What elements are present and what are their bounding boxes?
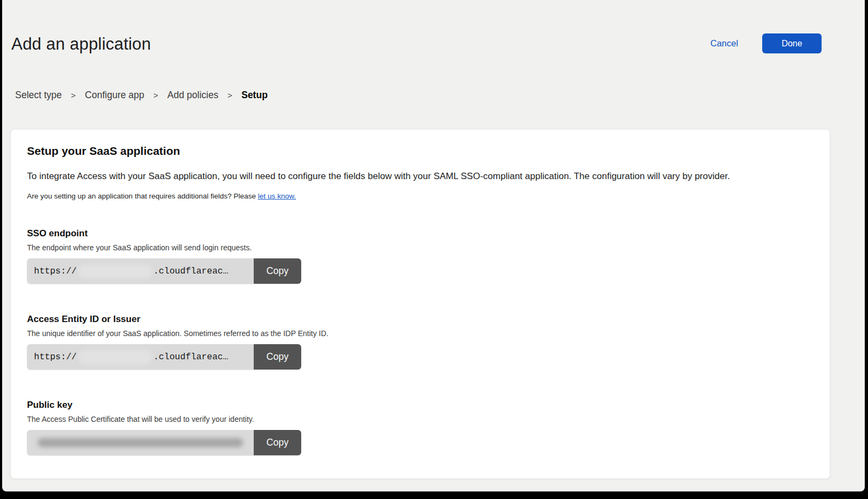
field-access-entity-id: Access Entity ID or Issuer The unique id… xyxy=(27,314,815,370)
public-key-row: Copy xyxy=(27,430,301,455)
access-entity-id-label: Access Entity ID or Issuer xyxy=(27,314,815,325)
value-suffix: .cloudflareac… xyxy=(153,352,228,362)
redacted-hostname xyxy=(78,264,152,278)
breadcrumb-step-configure-app[interactable]: Configure app xyxy=(85,90,144,101)
redacted-hostname xyxy=(78,350,152,364)
public-key-description: The Access Public Certificate that will … xyxy=(27,415,815,423)
value-prefix: https:// xyxy=(34,352,77,362)
breadcrumb-separator: > xyxy=(153,91,158,100)
sso-endpoint-label: SSO endpoint xyxy=(27,228,815,239)
breadcrumb-step-add-policies[interactable]: Add policies xyxy=(167,90,218,101)
card-intro: To integrate Access with your SaaS appli… xyxy=(27,170,815,182)
value-suffix: .cloudflareac… xyxy=(153,266,228,276)
card-note: Are you setting up an application that r… xyxy=(27,192,815,200)
setup-card: Setup your SaaS application To integrate… xyxy=(10,129,830,479)
breadcrumb-separator: > xyxy=(227,91,232,100)
page-title: Add an application xyxy=(11,35,151,54)
public-key-copy-button[interactable]: Copy xyxy=(254,430,301,455)
access-entity-id-row: https:// .cloudflareac… Copy xyxy=(27,344,301,370)
screenshot-frame: Add an application Cancel Done Select ty… xyxy=(0,0,868,499)
public-key-label: Public key xyxy=(27,400,815,411)
value-prefix: https:// xyxy=(34,266,77,276)
field-public-key: Public key The Access Public Certificate… xyxy=(27,400,815,455)
sso-endpoint-description: The endpoint where your SaaS application… xyxy=(27,243,815,252)
done-button[interactable]: Done xyxy=(762,33,822,53)
let-us-know-link[interactable]: let us know. xyxy=(258,192,296,200)
card-heading: Setup your SaaS application xyxy=(27,145,815,158)
page: Add an application Cancel Done Select ty… xyxy=(2,0,865,491)
public-key-value[interactable] xyxy=(27,430,254,455)
breadcrumb-step-select-type[interactable]: Select type xyxy=(15,90,62,101)
access-entity-id-description: The unique identifier of your SaaS appli… xyxy=(27,329,815,338)
access-entity-id-copy-button[interactable]: Copy xyxy=(254,344,301,370)
sso-endpoint-copy-button[interactable]: Copy xyxy=(254,258,301,284)
field-sso-endpoint: SSO endpoint The endpoint where your Saa… xyxy=(27,228,815,284)
note-text: Are you setting up an application that r… xyxy=(27,192,258,200)
cancel-button[interactable]: Cancel xyxy=(710,38,738,49)
breadcrumb-step-setup: Setup xyxy=(241,90,268,101)
breadcrumb-separator: > xyxy=(71,91,76,100)
access-entity-id-value[interactable]: https:// .cloudflareac… xyxy=(27,344,254,370)
sso-endpoint-value[interactable]: https:// .cloudflareac… xyxy=(27,258,254,284)
sso-endpoint-row: https:// .cloudflareac… Copy xyxy=(27,258,301,284)
breadcrumb: Select type > Configure app > Add polici… xyxy=(15,90,268,101)
redacted-certificate xyxy=(38,438,243,447)
